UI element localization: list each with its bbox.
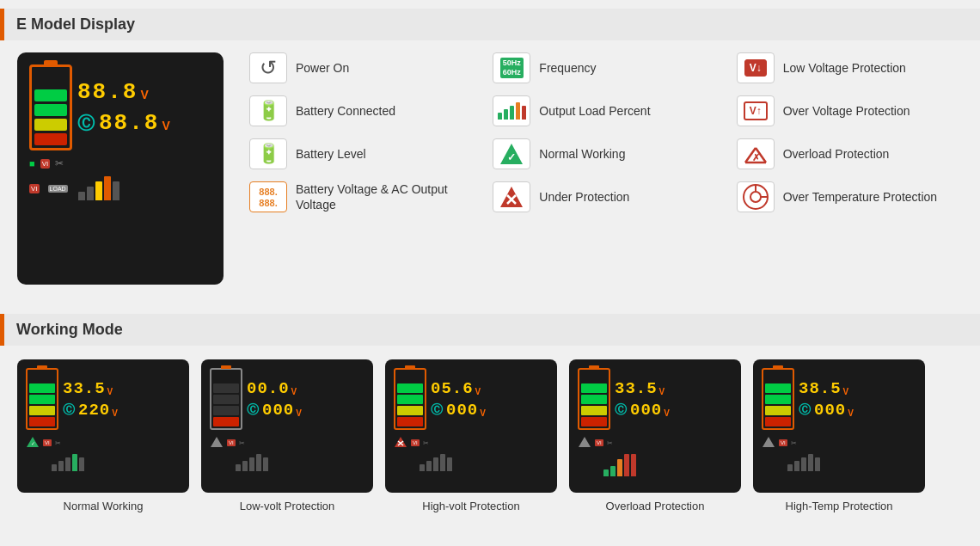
lb1 [236, 464, 241, 471]
working-mode-section: Working Mode 33.5 V [0, 314, 980, 526]
lcd-icons-row: ■ VI ✂ [29, 157, 211, 169]
battery-connected-icon: 🔋 [257, 100, 280, 122]
mode-label-normal: Normal Working [64, 500, 144, 512]
mode-label-high-temp: High-Temp Protection [786, 500, 893, 512]
legend-item-power-on: ↺ Power On [249, 52, 475, 83]
hvb1 [420, 464, 425, 471]
mini-battery-normal [26, 368, 58, 430]
tb4 [72, 454, 77, 471]
over-volt-icon: V↑ [744, 101, 768, 120]
lcd-top-row: 88.8 V Ⓒ 88.8 V [29, 64, 211, 150]
lcd-vi2: VI [29, 184, 40, 193]
mlb4 [213, 417, 239, 426]
power-on-icon-box: ↺ [249, 52, 287, 83]
mini-unit2-high-temp: V [848, 408, 854, 418]
lb4 [256, 454, 261, 471]
bar4 [104, 176, 111, 200]
mlb1 [213, 383, 239, 393]
mode-label-low-volt: Low-volt Protection [240, 500, 335, 512]
under-protection-icon [499, 185, 524, 209]
tb3 [65, 457, 70, 471]
mini-num2-normal: 220 [78, 401, 110, 420]
mini-icons-overload: VI ✂ [578, 436, 732, 450]
over-volt-label: Over Voltage Protection [783, 103, 910, 119]
frequency-label: Frequency [539, 60, 596, 76]
mode-card-normal: 33.5 V Ⓒ 220 V ✓ [17, 359, 189, 512]
ob3 [581, 406, 607, 415]
mini-bars-high-volt [420, 454, 548, 471]
lcd-load-badge: LOAD [48, 185, 68, 193]
e-model-title: E Model Display [16, 15, 135, 34]
mini-unit1-high-volt: V [475, 387, 481, 396]
low-volt-label: Low Voltage Protection [783, 60, 906, 76]
mini-bat1 [29, 383, 55, 393]
hb4 [397, 417, 423, 426]
mlb2 [213, 395, 239, 404]
htb1 [765, 383, 791, 393]
htbar2 [794, 461, 799, 471]
lcd-shield-icon: ■ [29, 158, 35, 169]
mini-battery-low-volt [210, 368, 242, 430]
mini-bars-overload [603, 454, 732, 476]
ovb4 [624, 454, 629, 476]
mode-card-overload: 33.5 V Ⓒ 000 V VI [569, 359, 741, 512]
mini-unit1-high-temp: V [843, 387, 849, 396]
mini-unit1-overload: V [659, 387, 665, 396]
legend-item-battery-level: 🔋 Battery Level [249, 138, 475, 169]
mini-unit2-overload: V [664, 408, 670, 418]
battery-connected-label: Battery Connected [296, 103, 395, 119]
htbar1 [787, 464, 793, 471]
lcd-num1: 88.8 [77, 79, 138, 105]
over-temp-icon-box [737, 181, 775, 212]
batt-volt-icon-box: 888. 888. [249, 181, 287, 212]
normal-working-icon-box: ✓ [493, 138, 530, 169]
battery-icon-large [29, 64, 72, 150]
legend-item-overload: ✗ Overload Protection [737, 138, 963, 169]
mode-card-high-volt: 05.6 V Ⓒ 000 V VI [385, 359, 557, 512]
power-on-label: Power On [296, 60, 349, 76]
tb5 [79, 457, 84, 471]
mini-num1-high-temp: 38.5 [799, 379, 842, 398]
ob1 [581, 383, 607, 393]
mini-digits-low-volt: 00.0 V Ⓒ 000 V [247, 379, 302, 420]
mini-icons-normal: ✓ VI ✂ [26, 436, 181, 450]
mini-bars-low-volt [236, 454, 364, 471]
mini-scissors-overload: ✂ [607, 439, 613, 447]
mini-bat4 [29, 417, 55, 426]
mini-lcd-row-high-temp: 38.5 V Ⓒ 000 V [762, 368, 916, 430]
bat-bar-2 [34, 104, 67, 116]
lcd-unit1: V [140, 88, 148, 101]
battery-level-label: Battery Level [296, 146, 366, 162]
mini-num2-high-temp: 000 [814, 401, 846, 420]
mini-digits-high-temp: 38.5 V Ⓒ 000 V [799, 379, 854, 420]
mode-card-high-temp: 38.5 V Ⓒ 000 V VI [753, 359, 925, 512]
over-temp-label: Over Temperature Protection [783, 189, 938, 205]
mini-c-icon-high-temp: Ⓒ [799, 402, 811, 418]
mode-display-overload: 33.5 V Ⓒ 000 V VI [569, 359, 741, 493]
lb2 [242, 461, 248, 471]
icons-legend: ↺ Power On 50Hz60Hz Frequency V↓ Low Vol… [249, 52, 963, 212]
output-load-icon-box [493, 95, 530, 126]
bat-bar-1 [34, 89, 67, 101]
mini-num2-high-volt: 000 [446, 401, 478, 420]
e-model-header: E Model Display [0, 9, 980, 40]
mlb3 [213, 406, 239, 415]
legend-item-over-temp: Over Temperature Protection [737, 181, 963, 212]
svg-marker-19 [579, 437, 591, 447]
bar3 [95, 181, 102, 200]
under-protection-label: Under Protection [539, 189, 629, 205]
ob4 [581, 417, 607, 426]
overload-icon-box: ✗ [737, 138, 775, 169]
power-on-icon: ↺ [260, 56, 277, 80]
mini-digits-normal: 33.5 V Ⓒ 220 V [63, 379, 118, 420]
mini-lcd-row-high-volt: 05.6 V Ⓒ 000 V [394, 368, 548, 430]
legend-item-under-protection: Under Protection [493, 181, 719, 212]
legend-item-batt-volt: 888. 888. Battery Voltage & AC Output Vo… [249, 181, 475, 212]
svg-text:✓: ✓ [31, 441, 35, 446]
e-model-section: E Model Display 88.8 V Ⓒ [0, 0, 980, 305]
svg-text:✓: ✓ [507, 151, 516, 163]
htbar3 [801, 457, 806, 471]
mode-display-low-volt: 00.0 V Ⓒ 000 V VI [201, 359, 373, 493]
mode-display-high-temp: 38.5 V Ⓒ 000 V VI [753, 359, 925, 493]
legend-item-normal-working: ✓ Normal Working [493, 138, 719, 169]
